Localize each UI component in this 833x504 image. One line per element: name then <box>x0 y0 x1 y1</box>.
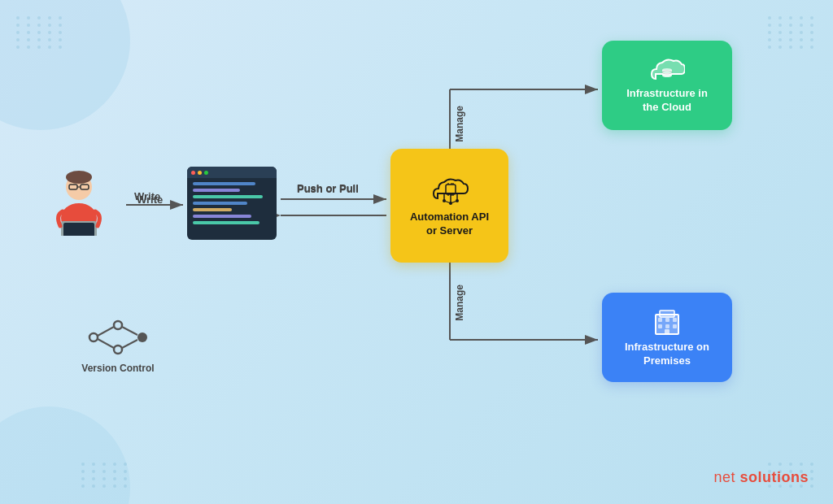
api-box-title: Automation API or Server <box>410 211 489 238</box>
svg-point-47 <box>114 321 122 329</box>
terminal-dot-red <box>191 171 195 175</box>
terminal-titlebar <box>187 167 277 178</box>
push-pull-arrow-label: Push or Pull <box>297 183 359 195</box>
automation-api-box: Automation API or Server <box>390 149 508 263</box>
svg-rect-41 <box>673 318 677 322</box>
code-line-5 <box>193 208 232 211</box>
branding-normal: net <box>713 469 739 485</box>
automation-icon <box>430 174 470 206</box>
version-control-label: Version Control <box>81 363 154 374</box>
svg-point-46 <box>89 333 98 341</box>
svg-point-48 <box>114 345 122 354</box>
cloud-icon <box>649 56 685 82</box>
svg-rect-39 <box>658 318 662 322</box>
dots-topleft <box>16 16 65 49</box>
svg-rect-16 <box>63 223 94 236</box>
terminal-dot-yellow <box>198 171 202 175</box>
code-line-6 <box>193 215 251 218</box>
svg-line-53 <box>122 340 137 348</box>
code-terminal <box>187 167 277 240</box>
dots-bottomleft <box>81 463 130 488</box>
terminal-body <box>187 178 277 232</box>
code-line-7 <box>193 221 259 224</box>
cloud-box-title: Infrastructure in the Cloud <box>626 87 708 115</box>
svg-point-49 <box>137 332 147 342</box>
dots-topright <box>768 16 817 49</box>
svg-line-51 <box>98 339 114 348</box>
svg-point-35 <box>662 74 672 77</box>
developer-person <box>49 163 110 236</box>
code-line-1 <box>193 182 255 185</box>
code-line-4 <box>193 202 247 205</box>
version-control-icon <box>81 317 155 358</box>
branding: net solutions <box>713 469 809 486</box>
write-arrow-label: Write <box>137 193 163 206</box>
svg-rect-44 <box>673 324 677 328</box>
svg-rect-43 <box>665 324 669 328</box>
terminal-dot-green <box>204 171 208 175</box>
svg-rect-45 <box>665 329 669 334</box>
svg-line-52 <box>122 327 137 335</box>
code-line-3 <box>193 195 263 198</box>
branding-bold: solutions <box>740 469 809 485</box>
cloud-infrastructure-box: Infrastructure in the Cloud <box>602 41 732 130</box>
svg-line-50 <box>98 327 114 336</box>
svg-rect-40 <box>665 318 669 322</box>
person-icon <box>49 163 110 236</box>
premises-infrastructure-box: Infrastructure on Premises <box>602 293 732 382</box>
premises-box-title: Infrastructure on Premises <box>625 341 709 368</box>
manage-top-label: Manage <box>454 106 465 142</box>
version-control: Version Control <box>81 317 155 374</box>
manage-bottom-label: Manage <box>454 285 465 321</box>
svg-point-11 <box>66 171 92 184</box>
code-line-2 <box>193 189 240 192</box>
svg-rect-18 <box>447 186 454 193</box>
svg-rect-42 <box>658 324 662 328</box>
decorative-circle-bl <box>0 406 130 504</box>
building-icon <box>649 306 685 336</box>
svg-rect-38 <box>660 311 674 317</box>
